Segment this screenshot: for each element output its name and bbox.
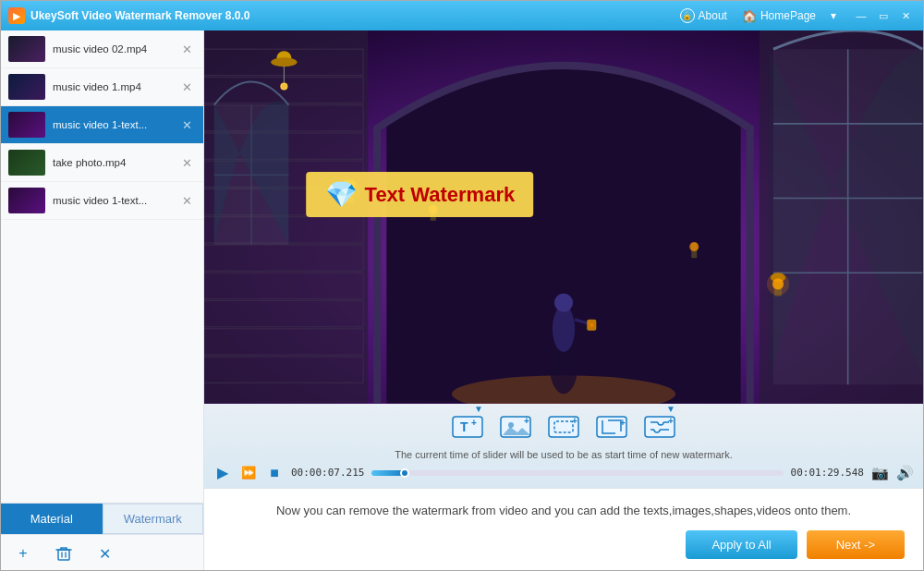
svg-point-43	[767, 273, 789, 295]
next-button[interactable]: Next ->	[807, 530, 905, 559]
delete-file-button[interactable]	[53, 542, 75, 565]
adjust-button[interactable]: ▼ +	[640, 409, 679, 444]
progress-thumb	[400, 468, 409, 478]
main-container: music video 02.mp4 ✕ music video 1.mp4 ✕…	[1, 30, 923, 571]
file-item[interactable]: take photo.mp4 ✕	[1, 144, 203, 182]
play-button[interactable]: ▶	[213, 464, 232, 482]
video-area: 💎 Text Watermark	[204, 30, 923, 404]
screenshot-button[interactable]: 📷	[871, 465, 889, 481]
add-image-watermark-button[interactable]: +	[496, 409, 535, 444]
window-controls: — ▭ ✕	[851, 6, 916, 26]
video-panel: 💎 Text Watermark ▼ T +	[204, 30, 923, 571]
svg-point-30	[587, 321, 596, 330]
file-item[interactable]: music video 1-text... ✕	[1, 182, 203, 220]
file-name: music video 1-text...	[53, 119, 171, 130]
file-thumbnail	[8, 74, 45, 100]
svg-text:+: +	[524, 416, 529, 426]
volume-button[interactable]: 🔊	[896, 465, 914, 481]
dropdown-arrow[interactable]: ▾	[825, 7, 842, 24]
svg-rect-35	[773, 49, 922, 384]
file-name: music video 1-text...	[53, 195, 171, 206]
file-remove-button[interactable]: ✕	[178, 41, 196, 58]
app-title: UkeySoft Video Watermark Remover 8.0.0	[30, 9, 675, 22]
sidebar-tabs: Material Watermark	[1, 503, 203, 534]
clear-all-button[interactable]: ✕	[93, 542, 116, 565]
watermark-overlay[interactable]: 💎 Text Watermark	[307, 172, 534, 217]
watermark-text: Text Watermark	[365, 183, 516, 207]
bottom-actions: Apply to All Next ->	[223, 530, 905, 559]
svg-rect-0	[58, 550, 69, 560]
apply-to-all-button[interactable]: Apply to All	[686, 530, 796, 559]
file-remove-button[interactable]: ✕	[178, 154, 196, 172]
svg-point-26	[553, 306, 575, 352]
time-current: 00:00:07.215	[291, 467, 364, 479]
app-icon: ▶	[8, 7, 25, 24]
file-name: music video 02.mp4	[53, 43, 171, 55]
svg-text:+: +	[668, 416, 674, 426]
bottom-panel: Now you can remove the watermark from vi…	[204, 488, 923, 572]
diamond-icon: 💎	[325, 179, 358, 210]
svg-point-47	[689, 242, 699, 251]
hint-text: The current time of slider will be used …	[213, 448, 914, 462]
file-item[interactable]: music video 02.mp4 ✕	[1, 30, 203, 68]
file-remove-button[interactable]: ✕	[178, 192, 196, 210]
file-thumbnail	[8, 112, 45, 138]
remove-watermark-button[interactable]: +	[544, 409, 583, 444]
add-text-watermark-button[interactable]: ▼ T +	[448, 409, 487, 444]
step-forward-button[interactable]: ⏩	[239, 464, 258, 482]
home-icon: 🏠	[742, 9, 757, 23]
tab-watermark[interactable]: Watermark	[103, 504, 204, 534]
file-list: music video 02.mp4 ✕ music video 1.mp4 ✕…	[1, 30, 203, 503]
about-link[interactable]: 🔒 About	[675, 6, 733, 25]
file-name: take photo.mp4	[53, 157, 171, 168]
playback-row: ▶ ⏩ ■ 00:00:07.215 00:01:29.548 📷 🔊	[213, 462, 914, 484]
svg-point-21	[271, 57, 297, 67]
file-item[interactable]: music video 1.mp4 ✕	[1, 68, 203, 106]
file-thumbnail	[8, 150, 45, 176]
file-item-active[interactable]: music video 1-text... ✕	[1, 106, 203, 144]
progress-bar[interactable]	[371, 470, 783, 476]
titlebar: ▶ UkeySoft Video Watermark Remover 8.0.0…	[1, 1, 923, 30]
file-thumbnail	[8, 36, 45, 62]
svg-point-24	[281, 83, 286, 89]
minimize-button[interactable]: —	[851, 6, 871, 26]
svg-text:+: +	[620, 418, 626, 428]
stop-button[interactable]: ■	[265, 464, 284, 482]
lock-icon: 🔒	[680, 8, 695, 23]
svg-point-52	[508, 422, 514, 428]
tab-material[interactable]: Material	[1, 504, 103, 534]
svg-text:+: +	[572, 416, 578, 426]
watermark-tools: ▼ T + +	[213, 409, 914, 444]
sidebar: music video 02.mp4 ✕ music video 1.mp4 ✕…	[1, 30, 204, 571]
homepage-link[interactable]: 🏠 HomePage	[736, 7, 821, 25]
svg-text:+: +	[471, 418, 477, 428]
file-remove-button[interactable]: ✕	[178, 116, 196, 134]
file-name: music video 1.mp4	[53, 81, 171, 92]
time-total: 00:01:29.548	[791, 467, 864, 479]
close-button[interactable]: ✕	[895, 6, 916, 26]
svg-text:T: T	[460, 419, 468, 434]
nav-links: 🔒 About 🏠 HomePage ▾	[675, 6, 842, 25]
sidebar-actions: + ✕	[1, 534, 203, 571]
file-remove-button[interactable]: ✕	[178, 79, 196, 96]
restore-button[interactable]: ▭	[873, 6, 894, 26]
video-controls: ▼ T + +	[204, 404, 923, 488]
info-text: Now you can remove the watermark from vi…	[223, 502, 905, 520]
file-thumbnail	[8, 188, 45, 213]
add-file-button[interactable]: +	[12, 542, 34, 565]
crop-button[interactable]: +	[592, 409, 631, 444]
svg-point-27	[554, 293, 573, 311]
